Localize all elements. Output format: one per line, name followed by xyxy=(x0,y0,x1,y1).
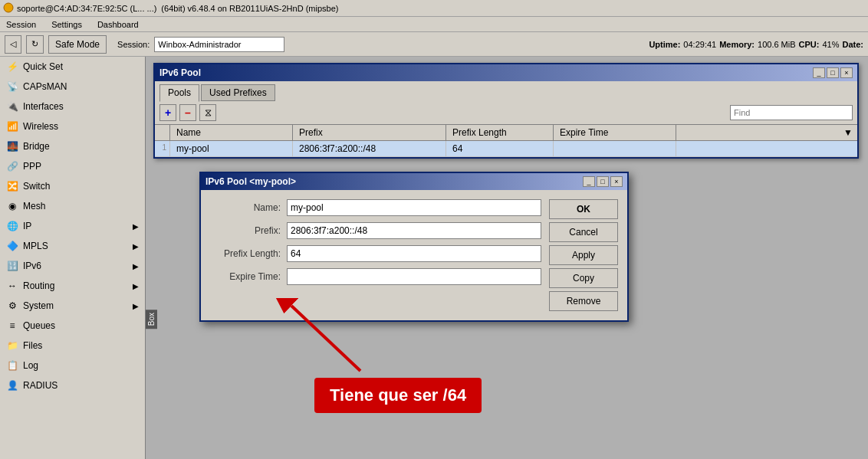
name-label: Name: xyxy=(210,202,287,213)
minimize-button[interactable]: _ xyxy=(813,67,825,78)
prefix-length-input[interactable] xyxy=(287,245,541,262)
sidebar-item-ppp[interactable]: 🔗PPP xyxy=(0,156,145,176)
expire-time-row: Expire Time: xyxy=(210,268,541,285)
sidebar-item-quick-set[interactable]: ⚡Quick Set xyxy=(0,57,145,77)
sidebar-label-radius: RADIUS xyxy=(23,380,58,391)
ipv6-arrow-icon: ▶ xyxy=(133,262,139,270)
sidebar-item-bridge[interactable]: 🌉Bridge xyxy=(0,136,145,156)
sidebar-item-log[interactable]: 📋Log xyxy=(0,356,145,375)
cancel-button[interactable]: Cancel xyxy=(549,222,618,242)
name-row: Name: xyxy=(210,199,541,216)
table-header: Name Prefix Prefix Length Expire Time ▼ xyxy=(155,125,857,141)
pool-table: Name Prefix Prefix Length Expire Time ▼ … xyxy=(155,125,857,157)
window-controls: _ □ × xyxy=(813,67,853,78)
memory-value: 100.6 MiB xyxy=(758,40,796,49)
apply-button[interactable]: Apply xyxy=(549,245,618,265)
ppp-icon: 🔗 xyxy=(6,160,18,172)
tab-pools[interactable]: Pools xyxy=(159,84,199,102)
session-input[interactable] xyxy=(154,37,284,52)
back-icon: ◁ xyxy=(10,39,16,49)
interfaces-icon: 🔌 xyxy=(6,100,18,113)
prefix-input[interactable] xyxy=(287,222,541,239)
dialog-controls: _ □ × xyxy=(583,176,623,187)
filter-button[interactable]: ⧖ xyxy=(199,104,216,121)
sidebar-item-ip[interactable]: 🌐IP▶ xyxy=(0,216,145,236)
toolbar: ◁ ↻ Safe Mode Session: Uptime: 04:29:41 … xyxy=(0,32,868,57)
sidebar-label-routing: Routing xyxy=(23,280,54,291)
edit-dialog: IPv6 Pool <my-pool> _ □ × Name: Prefix: xyxy=(199,172,629,322)
close-button[interactable]: × xyxy=(840,67,853,78)
ok-button[interactable]: OK xyxy=(549,199,618,219)
uptime-value: 04:29:41 xyxy=(683,40,716,49)
sidebar-item-ipv6[interactable]: 🔢IPv6▶ xyxy=(0,256,145,276)
system-icon: ⚙ xyxy=(6,300,18,312)
content-area: IPv6 Pool _ □ × Pools Used Prefixes + – … xyxy=(146,57,868,459)
files-icon: 📁 xyxy=(6,339,18,352)
sidebar-item-queues[interactable]: ≡Queues xyxy=(0,316,145,336)
col-expire-time: Expire Time xyxy=(554,125,676,140)
row-prefix-length: 64 xyxy=(446,141,554,156)
ipv6-pool-title: IPv6 Pool xyxy=(159,67,201,78)
tab-used-prefixes[interactable]: Used Prefixes xyxy=(201,84,275,101)
sidebar-item-routing[interactable]: ↔Routing▶ xyxy=(0,276,145,296)
buttons-section: OK Cancel Apply Copy Remove xyxy=(549,199,618,311)
sidebar: ⚡Quick Set📡CAPsMAN🔌Interfaces📶Wireless🌉B… xyxy=(0,57,146,459)
sidebar-item-wireless[interactable]: 📶Wireless xyxy=(0,116,145,136)
prefix-length-label: Prefix Length: xyxy=(210,248,287,259)
menu-session[interactable]: Session xyxy=(3,19,39,30)
expire-time-input[interactable] xyxy=(287,268,541,285)
capsman-icon: 📡 xyxy=(6,80,18,93)
memory-label: Memory: xyxy=(719,40,755,49)
sidebar-item-capsman[interactable]: 📡CAPsMAN xyxy=(0,77,145,97)
cpu-label: CPU: xyxy=(799,40,820,49)
dialog-maximize-button[interactable]: □ xyxy=(597,176,609,187)
safe-mode-button[interactable]: Safe Mode xyxy=(48,35,107,54)
name-input[interactable] xyxy=(287,199,541,216)
sidebar-item-radius[interactable]: 👤RADIUS xyxy=(0,375,145,395)
maximize-button[interactable]: □ xyxy=(827,67,839,78)
menu-dashboard[interactable]: Dashboard xyxy=(94,19,142,30)
ip-icon: 🌐 xyxy=(6,220,18,232)
sidebar-label-bridge: Bridge xyxy=(23,141,50,152)
row-name: my-pool xyxy=(170,141,293,156)
add-button[interactable]: + xyxy=(159,104,176,121)
filter-icon: ⧖ xyxy=(205,107,212,119)
sidebar-label-mesh: Mesh xyxy=(23,201,45,211)
remove-button-dialog[interactable]: Remove xyxy=(549,291,618,311)
sidebar-item-interfaces[interactable]: 🔌Interfaces xyxy=(0,97,145,116)
dialog-close-button[interactable]: × xyxy=(610,176,623,187)
routing-icon: ↔ xyxy=(6,280,18,292)
sidebar-item-files[interactable]: 📁Files xyxy=(0,336,145,356)
table-row[interactable]: 1 my-pool 2806:3f7:a200::/48 64 xyxy=(155,141,857,157)
remove-button[interactable]: – xyxy=(179,104,196,121)
copy-button[interactable]: Copy xyxy=(549,268,618,288)
refresh-button[interactable]: ↻ xyxy=(26,35,44,54)
dialog-minimize-button[interactable]: _ xyxy=(583,176,595,187)
sidebar-label-files: Files xyxy=(23,340,42,351)
cpu-value: 41% xyxy=(822,40,839,49)
uptime-label: Uptime: xyxy=(649,40,680,49)
annotation-label: Tiene que ser /64 xyxy=(314,378,482,413)
sidebar-item-mesh[interactable]: ◉Mesh xyxy=(0,196,145,216)
col-arrow[interactable]: ▼ xyxy=(839,125,857,140)
sidebar-item-mpls[interactable]: 🔷MPLS▶ xyxy=(0,236,145,256)
menu-settings[interactable]: Settings xyxy=(48,19,85,30)
find-input[interactable] xyxy=(730,105,853,120)
window-toolbar: + – ⧖ xyxy=(155,101,857,125)
prefix-row: Prefix: xyxy=(210,222,541,239)
sidebar-label-ppp: PPP xyxy=(23,161,41,172)
sidebar-item-switch[interactable]: 🔀Switch xyxy=(0,176,145,196)
sidebar-label-capsman: CAPsMAN xyxy=(23,81,67,92)
session-label: Session: xyxy=(117,40,150,49)
form-section: Name: Prefix: Prefix Length: Expire Time… xyxy=(210,199,541,311)
winbox-tab[interactable]: Box xyxy=(146,310,157,329)
sidebar-item-system[interactable]: ⚙System▶ xyxy=(0,296,145,316)
back-button[interactable]: ◁ xyxy=(5,35,21,54)
expire-time-label: Expire Time: xyxy=(210,271,287,282)
sidebar-label-switch: Switch xyxy=(23,181,50,192)
system-arrow-icon: ▶ xyxy=(133,302,139,310)
sidebar-label-log: Log xyxy=(23,360,38,371)
row-expire-time xyxy=(554,141,676,156)
ipv6-pool-window: IPv6 Pool _ □ × Pools Used Prefixes + – … xyxy=(153,63,859,159)
prefix-length-row: Prefix Length: xyxy=(210,245,541,262)
